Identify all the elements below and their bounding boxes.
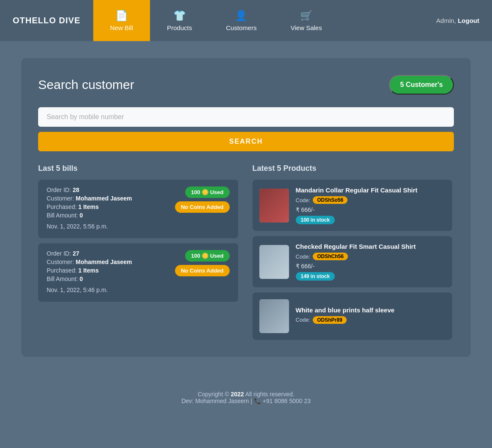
bill-amount: Bill Amount: 0 [47, 212, 175, 219]
two-col-layout: Last 5 bills Order ID: 28 Customer: Moha… [38, 164, 454, 340]
product-code-row: Code: ODShSo56 [296, 196, 446, 204]
bill-order-id: Order ID: 27 [47, 250, 175, 257]
bills-column: Last 5 bills Order ID: 28 Customer: Moha… [38, 164, 240, 340]
footer-dev: Dev: Mohammed Jaseem | 📞 +91 8086 5000 2… [8, 398, 484, 404]
products-list: Mandarin Collar Regular Fit Casual Shirt… [253, 180, 454, 340]
product-card: Checked Regular Fit Smart Casual Shirt C… [253, 236, 453, 287]
product-code-badge: ODShPr89 [313, 316, 346, 324]
footer: Copyright © 2022 All rights reserved. De… [0, 374, 492, 413]
bills-list: Order ID: 28 Customer: Mohammed Jaseem P… [38, 180, 240, 302]
product-image [259, 299, 289, 333]
brand: OTHELLO DIVE [0, 0, 93, 41]
search-card: Search customer 5 Customer's SEARCH Last… [21, 58, 471, 357]
product-price: ₹ 666/- [296, 263, 446, 270]
product-name: Checked Regular Fit Smart Casual Shirt [296, 243, 446, 250]
navbar: OTHELLO DIVE 📄 New Bill 👕 Products 👤 Cus… [0, 0, 492, 41]
product-details: Mandarin Collar Regular Fit Casual Shirt… [296, 186, 446, 224]
bill-badges: 100 🪙 Used No Coins Added [175, 186, 230, 213]
view-sales-icon: 🛒 [300, 10, 313, 22]
card-header: Search customer 5 Customer's [38, 75, 454, 95]
page-title: Search customer [38, 78, 134, 92]
products-icon: 👕 [173, 10, 186, 22]
product-code-label: Code: [296, 317, 311, 323]
nav-products[interactable]: 👕 Products [150, 0, 209, 41]
bill-date: Nov. 1, 2022, 5:56 p.m. [47, 223, 175, 230]
nav-customers[interactable]: 👤 Customers [209, 0, 274, 41]
bill-badges: 100 🪙 Used No Coins Added [175, 250, 230, 276]
product-card: Mandarin Collar Regular Fit Casual Shirt… [253, 180, 453, 231]
bill-purchased: Purchased: 1 Items [47, 203, 175, 210]
products-section-title: Latest 5 Products [253, 164, 454, 173]
new-bill-icon: 📄 [115, 10, 128, 22]
nav-new-bill[interactable]: 📄 New Bill [93, 0, 150, 41]
product-code-badge: ODShCh56 [313, 253, 348, 260]
bills-section-title: Last 5 bills [38, 164, 240, 173]
product-details: Checked Regular Fit Smart Casual Shirt C… [296, 243, 446, 281]
nav-user: Admin, Logout [423, 0, 492, 41]
bill-purchased: Purchased: 1 Items [47, 267, 175, 274]
bill-card: Order ID: 28 Customer: Mohammed Jaseem P… [38, 180, 238, 238]
product-image [259, 245, 289, 279]
logout-button[interactable]: Logout [458, 17, 479, 24]
product-code-badge: ODShSo56 [313, 196, 347, 204]
stock-badge: 149 in stock [296, 272, 335, 281]
product-image [259, 189, 289, 223]
product-details: White and blue prints half sleeve Code: … [296, 306, 446, 326]
nav-products-label: Products [167, 24, 192, 31]
nav-items: 📄 New Bill 👕 Products 👤 Customers 🛒 View… [93, 0, 424, 41]
product-card: White and blue prints half sleeve Code: … [253, 292, 453, 340]
bill-date: Nov. 1, 2022, 5:46 p.m. [47, 287, 175, 293]
bill-customer: Customer: Mohammed Jaseem [47, 195, 175, 202]
search-button[interactable]: SEARCH [38, 132, 454, 151]
product-code-label: Code: [296, 253, 311, 260]
product-price: ₹ 666/- [296, 206, 446, 213]
no-coins-badge: No Coins Added [175, 201, 230, 213]
nav-view-sales-label: View Sales [291, 24, 322, 31]
stock-badge: 100 in stock [296, 216, 335, 224]
product-name: Mandarin Collar Regular Fit Casual Shirt [296, 186, 446, 194]
bill-info: Order ID: 27 Customer: Mohammed Jaseem P… [47, 250, 175, 295]
footer-copyright: Copyright © 2022 All rights reserved. [8, 391, 484, 398]
product-code-row: Code: ODShCh56 [296, 253, 446, 260]
bill-order-id: Order ID: 28 [47, 186, 175, 193]
bill-info: Order ID: 28 Customer: Mohammed Jaseem P… [47, 186, 175, 231]
search-input[interactable] [38, 107, 454, 127]
product-name: White and blue prints half sleeve [296, 306, 446, 314]
customers-badge-button[interactable]: 5 Customer's [389, 75, 454, 95]
product-code-row: Code: ODShPr89 [296, 316, 446, 324]
customers-icon: 👤 [235, 10, 247, 22]
coins-used-badge: 100 🪙 Used [185, 250, 230, 262]
coins-used-badge: 100 🪙 Used [185, 186, 230, 198]
products-column: Latest 5 Products Mandarin Collar Regula… [253, 164, 454, 340]
bill-customer: Customer: Mohammed Jaseem [47, 259, 175, 265]
bill-amount: Bill Amount: 0 [47, 275, 175, 282]
product-code-label: Code: [296, 197, 311, 203]
nav-view-sales[interactable]: 🛒 View Sales [274, 0, 339, 41]
no-coins-badge: No Coins Added [175, 265, 230, 276]
nav-user-name: Admin, [436, 17, 456, 24]
nav-new-bill-label: New Bill [110, 24, 133, 31]
nav-customers-label: Customers [226, 24, 257, 31]
bill-card: Order ID: 27 Customer: Mohammed Jaseem P… [38, 243, 238, 302]
main-content: Search customer 5 Customer's SEARCH Last… [0, 41, 492, 374]
